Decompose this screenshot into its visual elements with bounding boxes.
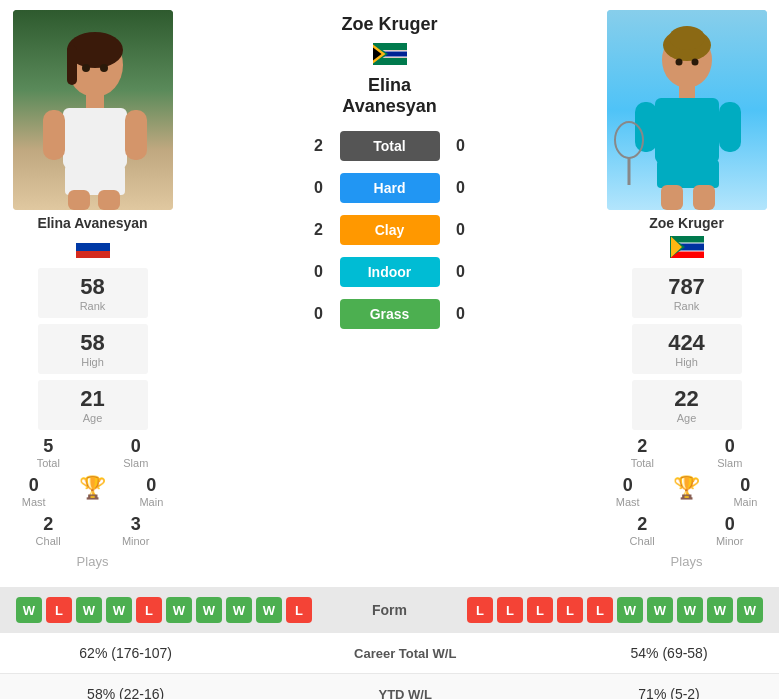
right-chall-stat: 2 Chall [630, 514, 655, 547]
left-mast-value: 0 [22, 475, 46, 496]
left-chall-value: 2 [36, 514, 61, 535]
grass-surface-btn[interactable]: Grass [340, 299, 440, 329]
right-total-value: 2 [631, 436, 654, 457]
right-mast-value: 0 [616, 475, 640, 496]
svg-point-36 [691, 59, 698, 66]
right-rank-label: Rank [642, 300, 732, 312]
left-main-label: Main [139, 496, 163, 508]
stats-center-1: YTD W/L [251, 674, 559, 700]
svg-rect-33 [661, 185, 683, 210]
left-form-badge-3: W [106, 597, 132, 623]
right-flag-center [373, 43, 407, 69]
svg-rect-10 [98, 190, 120, 210]
right-total-score: 0 [446, 137, 476, 155]
right-form-badge-8: W [707, 597, 733, 623]
left-rank-value: 58 [48, 274, 138, 300]
right-form-badge-1: L [497, 597, 523, 623]
svg-rect-28 [679, 84, 695, 100]
svg-point-35 [675, 59, 682, 66]
left-slam-label: Slam [123, 457, 148, 469]
indoor-row: 0 Indoor 0 [304, 257, 476, 287]
left-mast-stat: 0 Mast [22, 475, 46, 508]
stats-row-1: 58% (22-16)YTD W/L71% (5-2) [0, 674, 779, 700]
left-mast-label: Mast [22, 496, 46, 508]
svg-point-27 [669, 26, 705, 50]
right-minor-label: Minor [716, 535, 744, 547]
form-section: WLWWLWWWWL Form LLLLLWWWWW [0, 587, 779, 633]
grass-label: Grass [370, 306, 410, 322]
left-name-display: Elina Avanesyan [342, 75, 436, 117]
left-form-badge-7: W [226, 597, 252, 623]
right-main-stat: 0 Main [733, 475, 757, 508]
svg-rect-9 [68, 190, 90, 210]
total-label: Total [373, 138, 405, 154]
left-hard-score: 0 [304, 179, 334, 197]
right-clay-score: 0 [446, 221, 476, 239]
left-form-badge-0: W [16, 597, 42, 623]
right-minor-stat: 0 Minor [716, 514, 744, 547]
hard-surface-btn[interactable]: Hard [340, 173, 440, 203]
right-main-label: Main [733, 496, 757, 508]
left-player-photo [13, 10, 173, 210]
left-trophy-icon: 🏆 [79, 475, 106, 508]
right-trophy-icon: 🏆 [673, 475, 700, 508]
right-age-value: 22 [642, 386, 732, 412]
left-total-label: Total [37, 457, 60, 469]
total-surface-btn[interactable]: Total [340, 131, 440, 161]
right-total-stat: 2 Total [631, 436, 654, 469]
right-high-panel: 424 High [632, 324, 742, 374]
clay-row: 2 Clay 0 [304, 215, 476, 245]
left-total-value: 5 [37, 436, 60, 457]
right-player-flag [670, 236, 704, 262]
left-indoor-score: 0 [304, 263, 334, 281]
right-chall-label: Chall [630, 535, 655, 547]
right-player-column: Zoe Kruger [594, 0, 779, 579]
svg-rect-34 [693, 185, 715, 210]
left-minor-value: 3 [122, 514, 150, 535]
right-plays-label: Plays [671, 554, 703, 569]
left-player-name-top: Elina Avanesyan [342, 75, 436, 117]
left-minor-stat: 3 Minor [122, 514, 150, 547]
left-form-badge-1: L [46, 597, 72, 623]
left-name-line1: Elina [368, 75, 411, 95]
stats-center-0: Career Total W/L [251, 633, 559, 674]
right-player-name-top: Zoe Kruger [341, 14, 437, 35]
right-age-panel: 22 Age [632, 380, 742, 430]
stats-left-0: 62% (176-107) [0, 633, 251, 674]
left-stats-row1: 5 Total 0 Slam [5, 436, 180, 469]
right-rank-value: 787 [642, 274, 732, 300]
svg-rect-14 [76, 243, 110, 251]
head-to-head-area: Zoe Kruger Elina Avanesyan 2 Total 0 [185, 0, 594, 579]
comparison-area: Elina Avanesyan 58 Rank 58 High 21 Age [0, 0, 779, 579]
left-total-stat: 5 Total [37, 436, 60, 469]
stats-right-1: 71% (5-2) [559, 674, 779, 700]
right-high-label: High [642, 356, 732, 368]
left-player-flag [76, 236, 110, 262]
grass-row: 0 Grass 0 [304, 299, 476, 329]
left-form-badges: WLWWLWWWWL [16, 597, 312, 623]
right-slam-label: Slam [717, 457, 742, 469]
right-slam-value: 0 [717, 436, 742, 457]
left-form-badge-8: W [256, 597, 282, 623]
right-player-photo [607, 10, 767, 210]
indoor-surface-btn[interactable]: Indoor [340, 257, 440, 287]
left-rank-panel: 58 Rank [38, 268, 148, 318]
stats-right-0: 54% (69-58) [559, 633, 779, 674]
right-grass-score: 0 [446, 305, 476, 323]
left-player-figure [13, 10, 173, 210]
left-form-badge-9: L [286, 597, 312, 623]
right-player-figure [607, 10, 767, 210]
svg-rect-6 [43, 110, 65, 160]
right-age-label: Age [642, 412, 732, 424]
clay-label: Clay [375, 222, 405, 238]
svg-rect-31 [719, 102, 741, 152]
right-rank-panel: 787 Rank [632, 268, 742, 318]
main-container: Elina Avanesyan 58 Rank 58 High 21 Age [0, 0, 779, 699]
form-label: Form [312, 602, 467, 618]
stats-table: 62% (176-107)Career Total W/L54% (69-58)… [0, 633, 779, 699]
right-hard-score: 0 [446, 179, 476, 197]
left-high-value: 58 [48, 330, 138, 356]
clay-surface-btn[interactable]: Clay [340, 215, 440, 245]
left-player-name: Elina Avanesyan [37, 215, 147, 231]
left-slam-value: 0 [123, 436, 148, 457]
